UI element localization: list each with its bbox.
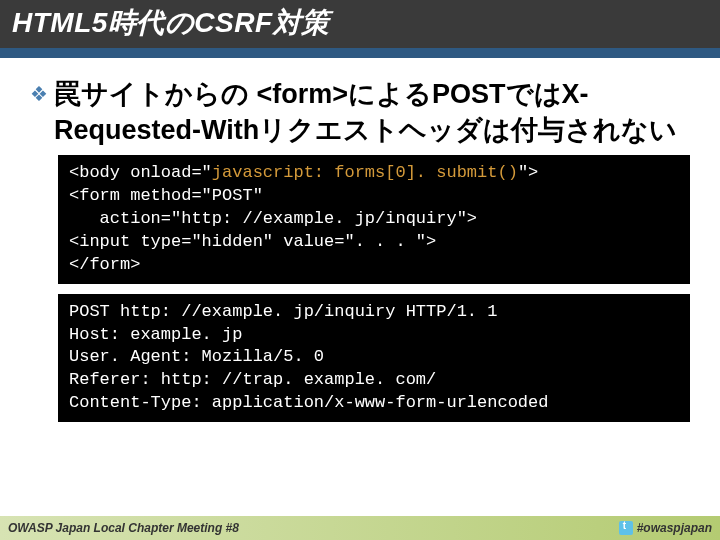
footer-right: #owaspjapan (619, 521, 712, 535)
code-line: <input type="hidden" value=". . . "> (69, 232, 436, 251)
code-line: </form> (69, 255, 140, 274)
bullet-item: ❖ 罠サイトからの <form>によるPOSTではX-Requested-Wit… (30, 76, 690, 149)
code-line: "> (518, 163, 538, 182)
code-block-http: POST http: //example. jp/inquiry HTTP/1.… (58, 294, 690, 423)
header-accent-bar (0, 48, 720, 58)
code-line: Host: example. jp (69, 325, 242, 344)
footer-hashtag: #owaspjapan (637, 521, 712, 535)
twitter-icon (619, 521, 633, 535)
code-line: Referer: http: //trap. example. com/ (69, 370, 436, 389)
code-block-html: <body onload="javascript: forms[0]. subm… (58, 155, 690, 284)
code-line: <body onload=" (69, 163, 212, 182)
code-string: javascript: forms[0]. submit() (212, 163, 518, 182)
footer-left-text: OWASP Japan Local Chapter Meeting #8 (8, 521, 239, 535)
slide-footer: OWASP Japan Local Chapter Meeting #8 #ow… (0, 516, 720, 540)
slide-header: HTML5時代のCSRF対策 (0, 0, 720, 48)
slide-content: ❖ 罠サイトからの <form>によるPOSTではX-Requested-Wit… (0, 58, 720, 422)
slide-title: HTML5時代のCSRF対策 (12, 4, 708, 42)
code-line: Content-Type: application/x-www-form-url… (69, 393, 548, 412)
code-line: User. Agent: Mozilla/5. 0 (69, 347, 324, 366)
code-line: action="http: //example. jp/inquiry"> (69, 209, 477, 228)
bullet-text: 罠サイトからの <form>によるPOSTではX-Requested-Withリ… (54, 76, 690, 149)
diamond-icon: ❖ (30, 82, 48, 106)
code-line: <form method="POST" (69, 186, 263, 205)
code-line: POST http: //example. jp/inquiry HTTP/1.… (69, 302, 497, 321)
